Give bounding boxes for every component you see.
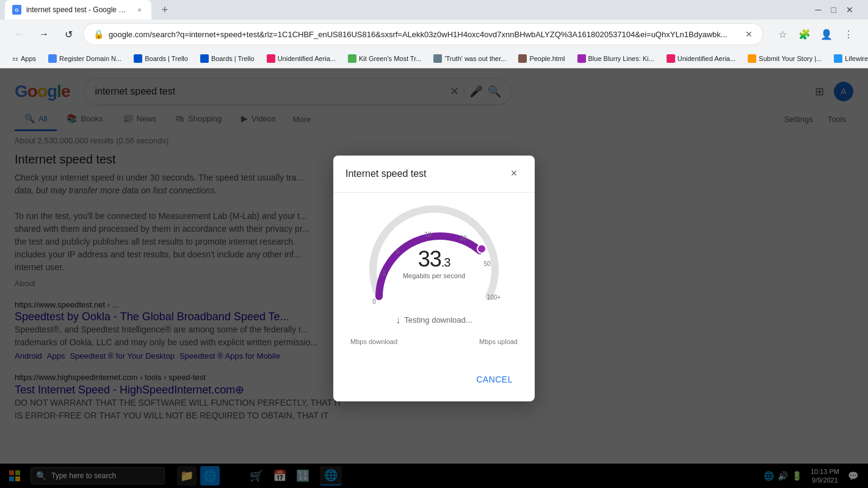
gauge-label-5: 5 xyxy=(396,248,399,255)
svg-point-0 xyxy=(477,245,486,253)
gauge-label-20: 20 xyxy=(460,235,467,242)
browser-frame: G internet speed test - Google Sea... × … xyxy=(0,0,868,488)
download-label: Mbps download xyxy=(350,338,397,345)
reload-button[interactable]: ↺ xyxy=(59,24,78,44)
speed-gauge: 0 1 5 10 20 50 100+ 33. xyxy=(345,205,523,326)
close-window-button[interactable]: ✕ xyxy=(846,5,853,15)
menu-button[interactable]: ⋮ xyxy=(839,24,858,44)
active-tab[interactable]: G internet speed test - Google Sea... × xyxy=(5,0,151,20)
minimize-button[interactable]: ─ xyxy=(816,5,822,15)
speed-unit: Megabits per second xyxy=(403,272,465,279)
extension-button[interactable]: 🧩 xyxy=(795,24,814,44)
maximize-button[interactable]: □ xyxy=(831,5,836,15)
bookmark-11[interactable]: Lifewire Content H... xyxy=(829,52,868,65)
upload-label: Mbps upload xyxy=(479,338,518,345)
download-col: Mbps download xyxy=(350,336,397,345)
modal-footer: CANCEL xyxy=(333,370,535,401)
testing-status-text: Testing download... xyxy=(404,315,472,325)
gauge-label-50: 50 xyxy=(483,260,491,267)
nav-icons: ☆ 🧩 👤 ⋮ xyxy=(773,24,858,44)
bookmark-10[interactable]: Submit Your Story |... xyxy=(743,52,826,65)
speed-test-modal: Internet speed test × xyxy=(333,156,535,401)
modal-body: 0 1 5 10 20 50 100+ 33. xyxy=(333,193,535,370)
bookmark-9[interactable]: Unidentified Aeria... xyxy=(662,52,740,65)
testing-status: ↓ Testing download... xyxy=(396,315,472,326)
bookmark-star-button[interactable]: ☆ xyxy=(773,24,792,44)
tab-close-button[interactable]: × xyxy=(135,5,144,15)
bookmark-apps[interactable]: ⚏ Apps xyxy=(7,52,41,65)
nav-bar: ← → ↺ 🔒 google.com/search?q=internet+spe… xyxy=(0,20,868,49)
gauge-label-1: 1 xyxy=(382,270,386,276)
content-area: Google internet speed test ✕ 🎤 🔍 ⊞ A 🔍 xyxy=(0,68,868,488)
gauge-label-100: 100+ xyxy=(487,294,501,301)
forward-button[interactable]: → xyxy=(34,24,54,44)
profile-button[interactable]: 👤 xyxy=(817,24,836,44)
tab-label: internet speed test - Google Sea... xyxy=(26,5,130,14)
bookmark-4[interactable]: Unidentified Aeria... xyxy=(262,52,341,65)
bookmarks-bar: ⚏ Apps Register Domain N... Boards | Tre… xyxy=(0,49,868,68)
gauge-label-10: 10 xyxy=(424,231,432,238)
upload-col: Mbps upload xyxy=(479,336,518,345)
clear-address-button[interactable]: ✕ xyxy=(745,29,753,39)
download-arrow-icon: ↓ xyxy=(396,315,400,326)
bookmark-1[interactable]: Register Domain N... xyxy=(43,52,126,65)
tab-favicon: G xyxy=(12,5,21,15)
back-button[interactable]: ← xyxy=(10,24,29,44)
gauge-label-0: 0 xyxy=(372,298,376,305)
gauge-svg-wrapper: 0 1 5 10 20 50 100+ 33. xyxy=(361,205,507,315)
bookmark-2[interactable]: Boards | Trello xyxy=(129,52,193,65)
title-bar: G internet speed test - Google Sea... × … xyxy=(0,0,868,20)
bookmark-6[interactable]: 'Truth' was out ther... xyxy=(429,52,511,65)
modal-header: Internet speed test × xyxy=(333,156,535,193)
bookmark-5[interactable]: Kit Green's Most Tr... xyxy=(343,52,426,65)
secure-lock-icon: 🔒 xyxy=(93,29,104,39)
modal-title: Internet speed test xyxy=(345,168,427,179)
bookmark-8[interactable]: Blue Blurry Lines: Ki... xyxy=(573,52,659,65)
speed-number: 33.3 xyxy=(403,246,465,272)
bookmark-7[interactable]: People.html xyxy=(513,52,570,65)
speed-reading: 33.3 Megabits per second xyxy=(403,246,465,279)
bookmark-3[interactable]: Boards | Trello xyxy=(195,52,259,65)
mbps-row: Mbps download Mbps upload xyxy=(345,336,523,345)
new-tab-button[interactable]: + xyxy=(156,1,173,18)
cancel-button[interactable]: CANCEL xyxy=(466,370,523,389)
address-bar[interactable]: 🔒 google.com/search?q=internet+speed+tes… xyxy=(83,23,763,45)
modal-overlay: Internet speed test × xyxy=(0,68,868,488)
modal-close-button[interactable]: × xyxy=(505,165,523,182)
address-text: google.com/search?q=internet+speed+test&… xyxy=(109,30,740,39)
